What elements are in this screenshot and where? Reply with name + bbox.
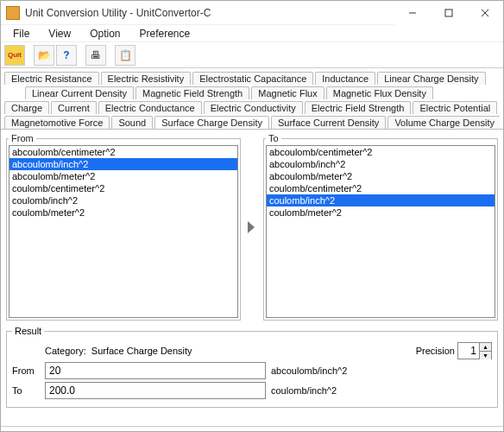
category-tabs: Electric ResistanceElectric ResistivityE… <box>1 68 503 130</box>
result-from-label: From <box>12 365 40 376</box>
from-legend: From <box>9 133 36 143</box>
tab[interactable]: Electrostatic Capacitance <box>192 72 313 85</box>
open-button[interactable]: 📂 <box>34 45 54 66</box>
list-item[interactable]: coulomb/inch^2 <box>267 194 495 206</box>
tab[interactable]: Linear Charge Density <box>377 72 485 85</box>
to-unit-label: coulomb/inch^2 <box>271 385 337 396</box>
tab[interactable]: Inductance <box>315 72 375 85</box>
help-icon: ? <box>63 49 69 61</box>
tab[interactable]: Magnetic Flux Density <box>326 86 433 99</box>
category-value: Surface Charge Density <box>91 346 192 356</box>
convert-arrow-button[interactable] <box>245 218 259 237</box>
arrow-right-icon <box>246 219 258 235</box>
from-unit-label: abcoulomb/inch^2 <box>271 365 347 376</box>
menu-option[interactable]: Option <box>81 26 129 41</box>
copy-icon: 📋 <box>119 49 132 61</box>
list-item[interactable]: abcoulomb/inch^2 <box>267 158 495 170</box>
tab[interactable]: Sound <box>111 116 153 129</box>
precision-up-button[interactable]: ▲ <box>479 343 491 352</box>
to-value-input[interactable] <box>45 382 266 399</box>
to-listbox[interactable]: abcoulomb/centimeter^2abcoulomb/inch^2ab… <box>266 145 495 318</box>
to-legend: To <box>266 133 281 143</box>
menu-file[interactable]: File <box>4 26 38 41</box>
help-button[interactable]: ? <box>56 45 77 66</box>
main-window: Unit Conversion Utility - UnitConvertor-… <box>0 0 504 432</box>
list-item[interactable]: coulomb/inch^2 <box>9 194 237 206</box>
statusbar <box>1 426 503 431</box>
tab[interactable]: Magnetomotive Force <box>4 116 110 129</box>
from-fieldset: From abcoulomb/centimeter^2abcoulomb/inc… <box>6 133 241 321</box>
precision-down-button[interactable]: ▼ <box>479 352 491 359</box>
tab[interactable]: Surface Current Density <box>271 116 386 129</box>
window-title: Unit Conversion Utility - UnitConvertor-… <box>25 7 211 19</box>
minimize-button[interactable] <box>394 1 431 25</box>
svg-marker-4 <box>248 221 255 233</box>
list-item[interactable]: abcoulomb/centimeter^2 <box>9 146 237 158</box>
result-legend: Result <box>12 326 44 336</box>
menu-view[interactable]: View <box>40 26 79 41</box>
result-fieldset: Result Category: Surface Charge Density … <box>6 326 498 408</box>
menu-preference[interactable]: Preference <box>131 26 199 41</box>
result-to-label: To <box>12 385 40 396</box>
list-item[interactable]: abcoulomb/inch^2 <box>9 158 237 170</box>
close-button[interactable] <box>467 1 503 25</box>
tab[interactable]: Magnetic Flux <box>251 86 324 99</box>
open-icon: 📂 <box>38 49 51 61</box>
tab[interactable]: Surface Charge Density <box>154 116 269 129</box>
tab[interactable]: Volume Charge Density <box>387 116 500 129</box>
maximize-icon <box>444 9 453 17</box>
tab[interactable]: Current <box>51 101 97 114</box>
tab[interactable]: Electric Field Strength <box>305 101 412 114</box>
list-item[interactable]: coulomb/meter^2 <box>9 206 237 219</box>
list-item[interactable]: abcoulomb/meter^2 <box>9 170 237 182</box>
precision-input[interactable] <box>458 343 479 359</box>
category-label: Category: <box>45 346 86 356</box>
quit-button[interactable]: Quit <box>4 45 25 66</box>
minimize-icon <box>408 9 417 17</box>
print-button[interactable]: 🖶 <box>85 45 106 66</box>
toolbar: Quit 📂 ? 🖶 📋 <box>1 42 503 68</box>
list-item[interactable]: abcoulomb/centimeter^2 <box>267 146 495 158</box>
precision-label: Precision <box>416 346 455 356</box>
tab[interactable]: Electric Resistivity <box>101 72 192 85</box>
close-icon <box>481 9 489 17</box>
conversion-lists: From abcoulomb/centimeter^2abcoulomb/inc… <box>1 130 503 324</box>
print-icon: 🖶 <box>91 49 101 61</box>
tab[interactable]: Magnetic Field Strength <box>135 86 249 99</box>
copy-button[interactable]: 📋 <box>115 45 135 66</box>
list-item[interactable]: coulomb/centimeter^2 <box>267 182 495 194</box>
from-value-input[interactable] <box>45 362 266 379</box>
maximize-button[interactable] <box>431 1 467 25</box>
list-item[interactable]: coulomb/meter^2 <box>267 206 495 219</box>
tab[interactable]: Electric Potential <box>413 101 497 114</box>
tab[interactable]: Electric Conductance <box>98 101 202 114</box>
menubar: File View Option Preference <box>1 25 503 42</box>
list-item[interactable]: abcoulomb/meter^2 <box>267 170 495 182</box>
tab[interactable]: Linear Current Density <box>25 86 134 99</box>
list-item[interactable]: coulomb/centimeter^2 <box>9 182 237 194</box>
tab[interactable]: Charge <box>4 101 49 114</box>
to-fieldset: To abcoulomb/centimeter^2abcoulomb/inch^… <box>263 133 498 321</box>
tab[interactable]: Electric Resistance <box>4 72 99 85</box>
app-icon <box>6 6 20 20</box>
svg-rect-1 <box>445 10 452 16</box>
titlebar: Unit Conversion Utility - UnitConvertor-… <box>1 1 503 25</box>
tab[interactable]: Electric Conductivity <box>204 101 303 114</box>
precision-spinner[interactable]: ▲ ▼ <box>457 342 492 359</box>
from-listbox[interactable]: abcoulomb/centimeter^2abcoulomb/inch^2ab… <box>9 145 238 318</box>
